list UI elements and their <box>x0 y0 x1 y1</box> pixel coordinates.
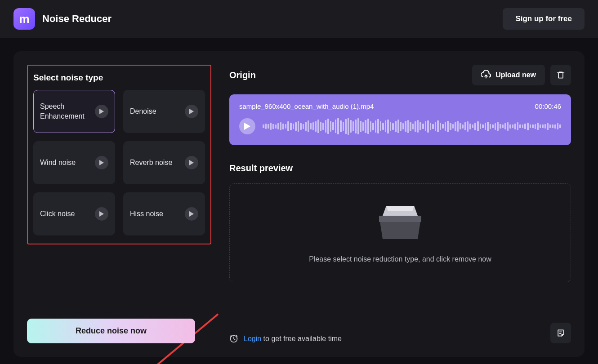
empty-tray-icon <box>375 202 425 242</box>
origin-audio-card: sample_960x400_ocean_with_audio (1).mp4 … <box>229 94 571 145</box>
noise-preview-play-button[interactable] <box>95 105 108 118</box>
login-rest-text: to get free available time <box>261 335 342 342</box>
play-icon <box>244 123 250 130</box>
main-panel: Select noise type Speech EnhancementDeno… <box>13 51 585 357</box>
origin-heading: Origin <box>229 70 256 80</box>
result-heading: Result preview <box>229 163 571 173</box>
reduce-noise-button[interactable]: Reduce noise now <box>27 319 195 343</box>
noise-card-wind-noise[interactable]: Wind noise <box>33 141 115 184</box>
noise-preview-play-button[interactable] <box>95 207 108 221</box>
result-preview-box: Please select noise reduction type, and … <box>229 183 571 282</box>
app-logo: m <box>13 8 35 30</box>
noise-card-hiss-noise[interactable]: Hiss noise <box>123 192 205 235</box>
upload-icon <box>481 70 491 80</box>
svg-marker-4 <box>99 211 104 217</box>
noise-preview-play-button[interactable] <box>95 156 108 169</box>
waveform[interactable] <box>263 116 561 136</box>
noise-card-label: Speech Enhancement <box>40 102 89 121</box>
noise-card-reverb-noise[interactable]: Reverb noise <box>123 141 205 184</box>
svg-marker-11 <box>379 216 421 222</box>
noise-preview-play-button[interactable] <box>185 156 198 169</box>
svg-marker-5 <box>189 211 194 217</box>
svg-marker-9 <box>244 123 250 130</box>
clock-icon <box>229 334 238 343</box>
feedback-button[interactable] <box>550 323 571 343</box>
noise-card-label: Wind noise <box>40 158 76 168</box>
noise-card-label: Denoise <box>130 107 156 116</box>
noise-type-heading: Select noise type <box>33 73 205 83</box>
noise-type-section: Select noise type Speech EnhancementDeno… <box>27 65 211 244</box>
app-title: Noise Reducer <box>42 13 112 25</box>
svg-marker-13 <box>386 206 414 211</box>
noise-preview-play-button[interactable] <box>185 105 198 118</box>
origin-duration: 00:00:46 <box>535 102 561 110</box>
noise-card-speech-enhancement[interactable]: Speech Enhancement <box>33 90 115 133</box>
noise-card-denoise[interactable]: Denoise <box>123 90 205 133</box>
trash-icon <box>556 71 565 80</box>
noise-card-label: Click noise <box>40 209 75 219</box>
svg-rect-8 <box>558 73 563 78</box>
noise-card-click-noise[interactable]: Click noise <box>33 192 115 235</box>
svg-marker-3 <box>189 160 194 165</box>
noise-preview-play-button[interactable] <box>185 207 198 221</box>
noise-card-label: Reverb noise <box>130 158 172 168</box>
delete-button[interactable] <box>550 65 571 85</box>
result-message: Please select noise reduction type, and … <box>309 255 491 263</box>
login-prompt: Login to get free available time <box>229 334 342 343</box>
login-link[interactable]: Login <box>244 335 261 342</box>
svg-marker-0 <box>99 109 104 114</box>
note-icon <box>556 328 565 337</box>
signup-button[interactable]: Sign up for free <box>503 8 585 30</box>
origin-filename: sample_960x400_ocean_with_audio (1).mp4 <box>239 102 374 110</box>
origin-play-button[interactable] <box>239 118 255 134</box>
upload-new-button[interactable]: Upload new <box>472 65 545 85</box>
svg-marker-1 <box>189 109 194 114</box>
upload-new-label: Upload new <box>495 71 536 79</box>
noise-card-label: Hiss noise <box>130 209 163 219</box>
svg-marker-2 <box>99 160 104 165</box>
